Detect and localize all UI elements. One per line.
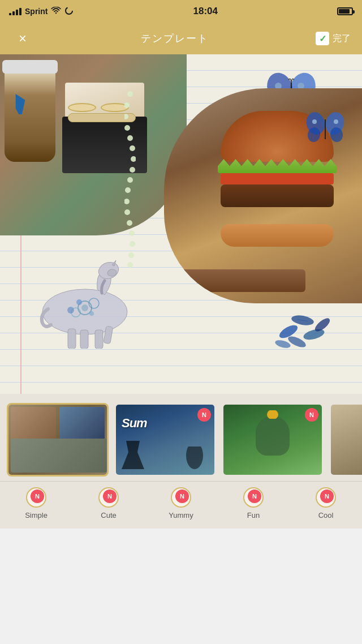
- template-thumb-3[interactable]: N: [222, 403, 324, 476]
- blue-bottle-logo: [12, 94, 28, 114]
- template-thumb-1[interactable]: [7, 403, 109, 476]
- svg-point-24: [128, 252, 134, 258]
- svg-point-40: [81, 304, 88, 311]
- svg-point-10: [124, 102, 130, 108]
- carrier-label: Sprint: [25, 7, 48, 16]
- yummy-label: Yummy: [169, 511, 193, 520]
- svg-point-17: [127, 177, 133, 183]
- svg-point-21: [127, 220, 132, 226]
- photo-coffee-bg: [0, 54, 187, 235]
- photo-top-left: [0, 54, 187, 235]
- svg-point-11: [124, 114, 128, 119]
- new-badge-2: N: [197, 408, 211, 422]
- done-button[interactable]: ✓ 完了: [316, 32, 351, 45]
- dotted-divider: [124, 88, 136, 269]
- butterfly-mid-icon: [305, 111, 345, 145]
- burger-tomato: [221, 173, 334, 184]
- thumb-1-img: [8, 405, 107, 475]
- svg-point-0: [66, 7, 72, 14]
- cup-lid: [2, 60, 58, 74]
- category-tab-yummy[interactable]: N Yummy: [158, 486, 204, 520]
- done-label: 完了: [333, 33, 351, 45]
- canvas-area: [0, 54, 362, 394]
- svg-rect-35: [68, 329, 76, 349]
- svg-rect-36: [80, 330, 88, 349]
- status-bar: Sprint 18:04: [0, 0, 362, 23]
- fun-label: Fun: [247, 511, 260, 520]
- close-button[interactable]: ×: [11, 27, 34, 50]
- cool-badge-wrap: N: [314, 486, 337, 509]
- nav-title: テンプレート: [141, 32, 209, 45]
- svg-point-12: [124, 125, 130, 131]
- new-badge-3: N: [305, 408, 318, 422]
- thumbnail-strip: Sum N N: [0, 394, 362, 481]
- macaron-area: [62, 71, 158, 173]
- category-tab-cool[interactable]: N Cool: [303, 486, 348, 520]
- battery-icon: [337, 7, 353, 15]
- loading-icon: [64, 6, 74, 17]
- category-tabs: N Simple N Cute N Yummy N Fun N Cool: [0, 481, 362, 529]
- status-right: [337, 7, 353, 15]
- status-time: 18:04: [193, 6, 217, 17]
- coffee-cup: [5, 60, 55, 162]
- svg-point-23: [130, 241, 135, 247]
- burger-patty: [221, 184, 334, 207]
- svg-point-32: [42, 289, 127, 334]
- thumb-2-text-overlay: Sum: [122, 416, 147, 431]
- simple-new-badge: N: [31, 490, 44, 503]
- svg-point-30: [312, 119, 317, 124]
- svg-point-15: [131, 156, 136, 162]
- wifi-icon: [51, 7, 61, 16]
- simple-label: Simple: [25, 511, 48, 520]
- signal-bars-icon: [9, 8, 21, 15]
- category-tab-simple[interactable]: N Simple: [14, 486, 59, 520]
- svg-point-19: [124, 199, 130, 204]
- svg-point-43: [76, 299, 82, 305]
- svg-rect-37: [95, 330, 103, 349]
- leaves-decoration-icon: [272, 303, 339, 360]
- template-thumb-4[interactable]: [329, 403, 362, 476]
- template-thumb-2[interactable]: Sum N: [114, 403, 216, 476]
- bun-bottom: [221, 224, 334, 247]
- svg-point-45: [67, 307, 74, 314]
- cute-label: Cute: [101, 511, 116, 520]
- svg-point-13: [127, 135, 133, 141]
- cute-new-badge: N: [103, 490, 117, 503]
- svg-point-31: [334, 119, 338, 124]
- status-left: Sprint: [9, 6, 74, 17]
- svg-point-18: [125, 187, 131, 193]
- cool-new-badge: N: [320, 490, 334, 503]
- svg-point-20: [124, 209, 130, 215]
- fun-new-badge: N: [248, 490, 261, 503]
- wood-board: [164, 269, 305, 292]
- fun-badge-wrap: N: [242, 486, 265, 509]
- svg-point-44: [89, 311, 94, 316]
- cute-badge-wrap: N: [97, 486, 120, 509]
- svg-point-22: [129, 230, 135, 236]
- yummy-new-badge: N: [175, 490, 189, 503]
- horse-decoration-icon: [23, 258, 147, 349]
- nav-bar: × テンプレート ✓ 完了: [0, 23, 362, 54]
- cool-label: Cool: [318, 511, 334, 520]
- category-tab-fun[interactable]: N Fun: [231, 486, 276, 520]
- done-checkbox-icon: ✓: [316, 32, 329, 45]
- yummy-badge-wrap: N: [170, 486, 192, 509]
- thumb-4-img: [331, 405, 362, 475]
- macaron-1: [68, 103, 96, 112]
- svg-point-16: [130, 167, 135, 173]
- category-tab-cute[interactable]: N Cute: [86, 486, 131, 520]
- svg-point-9: [127, 91, 133, 97]
- svg-point-14: [130, 145, 135, 151]
- simple-badge-wrap: N: [25, 486, 48, 509]
